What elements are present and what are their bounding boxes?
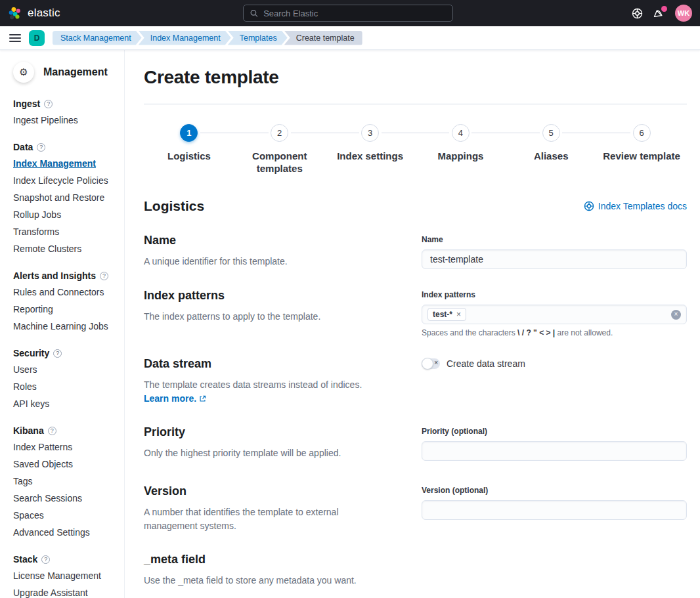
tag-label: test-* [433,310,452,319]
user-avatar[interactable]: WK [675,5,692,22]
question-icon: ? [100,272,108,280]
meta-field-section: _meta field Use the _meta field to store… [144,553,687,598]
elastic-logo [8,6,22,20]
sidebar-section-data: Data ? Index Management Index Lifecycle … [13,142,119,255]
step-logistics[interactable]: 1 Logistics [144,124,234,175]
sidebar-item-index-lifecycle-policies[interactable]: Index Lifecycle Policies [13,175,119,186]
version-row: Version A number that identifies the tem… [144,484,687,533]
index-patterns-field-label: Index patterns [422,290,687,299]
step-component-templates[interactable]: 2 Component templates [234,124,325,175]
step-label: Component templates [240,150,319,175]
divider [144,104,687,104]
breadcrumb-stack-management[interactable]: Stack Management [53,31,142,45]
sidebar-item-tags[interactable]: Tags [13,476,119,487]
breadcrumb-create-template: Create template [284,31,362,45]
name-heading: Name [144,234,389,247]
question-icon: ? [48,427,56,435]
sidebar-section-kibana: Kibana ? Index Patterns Saved Objects Ta… [13,425,119,538]
sidebar-item-ingest-pipelines[interactable]: Ingest Pipelines [13,115,119,126]
meta-heading: _meta field [144,553,687,566]
gear-icon: ⚙ [13,62,34,83]
index-pattern-tag: test-* × [427,308,466,321]
step-number: 5 [542,124,560,142]
section-heading-label: Kibana [13,425,44,436]
breadcrumb: Stack Management Index Management Templa… [53,31,362,45]
step-index-settings[interactable]: 3 Index settings [325,124,416,175]
name-input[interactable] [422,249,687,269]
name-row: Name A unique identifier for this templa… [144,234,687,269]
sidebar-item-api-keys[interactable]: API keys [13,398,119,410]
section-heading-label: Security [13,348,49,358]
breadcrumb-bar: D Stack Management Index Management Temp… [0,26,700,50]
index-templates-docs-link[interactable]: Index Templates docs [584,201,687,211]
sidebar-item-remote-clusters[interactable]: Remote Clusters [13,244,119,255]
breadcrumb-templates[interactable]: Templates [228,31,288,45]
sidebar-item-transforms[interactable]: Transforms [13,226,119,238]
meta-description: Use the _meta field to store any metadat… [144,574,687,587]
learn-more-link[interactable]: Learn more. [144,393,196,404]
sidebar-item-snapshot-and-restore[interactable]: Snapshot and Restore [13,192,119,203]
index-patterns-heading: Index patterns [144,289,389,303]
create-data-stream-toggle[interactable]: × [422,358,440,369]
sidebar-item-index-management[interactable]: Index Management [13,158,119,169]
step-aliases[interactable]: 5 Aliases [506,124,596,175]
disallowed-characters: \ / ? " < > | [517,328,555,337]
menu-icon[interactable] [9,34,21,42]
sidebar-item-advanced-settings[interactable]: Advanced Settings [13,527,119,538]
step-number: 4 [452,124,470,142]
name-description: A unique identifier for this template. [144,255,389,268]
newsfeed-icon[interactable] [653,8,665,19]
remove-tag-icon[interactable]: × [456,310,461,319]
index-patterns-row: Index patterns The index patterns to app… [144,289,687,337]
sidebar-item-machine-learning-jobs[interactable]: Machine Learning Jobs [13,321,119,332]
priority-heading: Priority [144,425,389,439]
priority-field-label: Priority (optional) [422,427,687,436]
external-link-icon [199,395,206,402]
sidebar-item-users[interactable]: Users [13,364,119,375]
breadcrumb-index-management[interactable]: Index Management [139,31,231,45]
section-title: Logistics [144,198,204,214]
step-mappings[interactable]: 4 Mappings [415,124,506,175]
step-number: 2 [271,124,288,142]
index-patterns-combobox[interactable]: test-* × × [422,305,687,324]
section-heading-label: Stack [13,554,37,565]
step-review-template[interactable]: 6 Review template [596,124,687,175]
search-icon [250,9,258,18]
sidebar-item-rules-and-connectors[interactable]: Rules and Connectors [13,287,119,298]
clear-combobox-icon[interactable]: × [671,310,681,320]
sidebar-item-saved-objects[interactable]: Saved Objects [13,459,119,470]
priority-input[interactable] [422,441,687,461]
section-heading-label: Data [13,142,33,152]
data-stream-row: Data stream The template creates data st… [144,357,687,406]
question-icon: ? [53,349,62,358]
sidebar-item-upgrade-assistant[interactable]: Upgrade Assistant [13,587,119,598]
sidebar-item-rollup-jobs[interactable]: Rollup Jobs [13,209,119,221]
docs-link-label: Index Templates docs [598,201,687,211]
sidebar-section-stack: Stack ? License Management Upgrade Assis… [13,554,119,598]
version-heading: Version [144,484,389,498]
sidebar-item-index-patterns[interactable]: Index Patterns [13,442,119,453]
space-badge[interactable]: D [29,30,45,46]
search-input[interactable] [263,9,446,18]
version-field-label: Version (optional) [422,486,687,495]
sidebar-item-roles[interactable]: Roles [13,381,119,393]
notification-dot [661,6,667,12]
elastic-brand[interactable]: elastic [8,6,60,20]
toggle-knob [422,358,433,370]
toggle-off-icon: × [434,359,438,366]
sidebar-section-security: Security ? Users Roles API keys [13,348,119,410]
global-header: elastic WK [0,0,700,26]
version-input[interactable] [422,500,687,520]
sidebar-item-reporting[interactable]: Reporting [13,304,119,315]
step-label: Aliases [534,150,569,162]
sidebar-item-spaces[interactable]: Spaces [13,510,119,521]
step-number: 6 [633,124,651,142]
help-icon[interactable] [632,8,643,19]
page-title: Create template [144,67,687,88]
global-search[interactable] [243,5,453,22]
sidebar-item-search-sessions[interactable]: Search Sessions [13,493,119,504]
sidebar-item-license-management[interactable]: License Management [13,570,119,582]
question-icon: ? [37,143,45,152]
index-patterns-description: The index patterns to apply to the templ… [144,310,389,324]
priority-row: Priority Only the highest priority templ… [144,425,687,461]
